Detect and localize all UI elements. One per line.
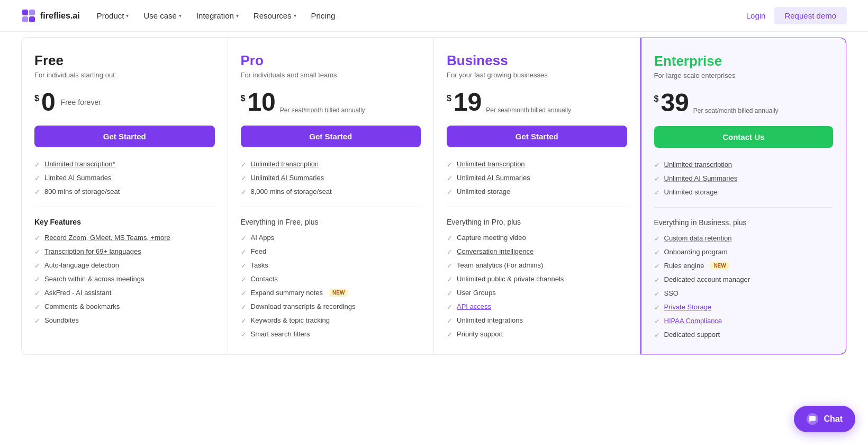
pricing-section: FreeFor individuals starting out$0Free f… (0, 32, 868, 376)
feature-item: ✓Tasks (241, 261, 421, 270)
feature-text: Transcription for 69+ languages (44, 247, 141, 255)
feature-item: ✓HIPAA Compliance (654, 317, 834, 325)
divider (447, 207, 627, 207)
check-icon: ✓ (447, 289, 453, 297)
plan-price-enterprise: $39Per seat/month billed annually (654, 90, 834, 115)
feature-item: ✓Transcription for 69+ languages (34, 247, 215, 256)
plan-col-enterprise: EnterpriseFor large scale enterprises$39… (640, 37, 847, 355)
feature-item: ✓Unlimited transcription (447, 160, 627, 168)
feature-text: 800 mins of storage/seat (44, 188, 120, 195)
feature-text: Unlimited AI Summaries (664, 174, 738, 182)
logo[interactable]: fireflies.ai (21, 8, 80, 23)
check-icon: ✓ (447, 174, 453, 182)
check-icon: ✓ (447, 234, 453, 242)
nav-menu: Product▾Use case▾Integration▾Resources▾P… (97, 11, 336, 20)
features-free: ✓Record Zoom, GMeet, MS Teams, +more✓Tra… (34, 234, 215, 325)
cta-button-enterprise[interactable]: Contact Us (654, 126, 834, 148)
price-amount: 10 (247, 90, 275, 115)
nav-item-resources[interactable]: Resources▾ (254, 11, 296, 20)
feature-text: AskFred - AI assistant (44, 289, 111, 297)
svg-rect-0 (22, 10, 28, 15)
check-icon: ✓ (34, 234, 40, 242)
check-icon: ✓ (447, 275, 453, 283)
feature-item: ✓Priority support (447, 330, 627, 339)
feature-item: ✓Keywords & topic tracking (241, 316, 421, 325)
check-icon: ✓ (654, 262, 660, 270)
cta-button-free[interactable]: Get Started (34, 126, 215, 147)
check-icon: ✓ (447, 303, 453, 311)
new-badge: NEW (710, 262, 729, 270)
chevron-down-icon: ▾ (126, 13, 129, 19)
plan-name-business: Business (447, 52, 627, 69)
check-icon: ✓ (241, 188, 247, 196)
feature-item: ✓AskFred - AI assistant (34, 289, 215, 297)
feature-item: ✓Unlimited AI Summaries (241, 174, 421, 182)
cta-button-pro[interactable]: Get Started (241, 126, 421, 147)
check-icon: ✓ (654, 331, 660, 339)
request-demo-button[interactable]: Request demo (774, 7, 847, 24)
plan-col-pro: ProFor individuals and small teams$10Per… (228, 38, 435, 354)
feature-item: ✓Unlimited storage (447, 188, 627, 196)
feature-text: Unlimited storage (457, 188, 510, 195)
feature-item: ✓Limited AI Summaries (34, 174, 215, 182)
feature-item: ✓AI Apps (241, 234, 421, 242)
features-enterprise: ✓Custom data retention✓Onboarding progra… (654, 234, 834, 339)
nav-item-integration[interactable]: Integration▾ (196, 11, 239, 20)
feature-text: User Groups (457, 289, 496, 297)
feature-text: Contacts (251, 275, 278, 283)
nav-item-product[interactable]: Product▾ (97, 11, 129, 20)
feature-text: Auto-language detection (44, 261, 119, 269)
plan-col-free: FreeFor individuals starting out$0Free f… (22, 38, 228, 354)
feature-text: Soundbites (44, 316, 79, 324)
feature-item: ✓Conversation intelligence (447, 247, 627, 256)
feature-text: Unlimited public & private channels (457, 275, 564, 283)
svg-rect-3 (29, 16, 35, 22)
feature-item: ✓User Groups (447, 289, 627, 297)
plus-label: Everything in Business, plus (654, 218, 834, 227)
chevron-down-icon: ▾ (236, 13, 239, 19)
feature-item: ✓API access (447, 302, 627, 311)
check-icon: ✓ (241, 161, 247, 168)
price-amount: 0 (41, 90, 56, 115)
feature-text: Unlimited transcription* (44, 160, 115, 168)
nav-item-use-case[interactable]: Use case▾ (143, 11, 182, 20)
feature-item: ✓Unlimited public & private channels (447, 275, 627, 283)
feature-text: Search within & across meetings (44, 275, 144, 283)
cta-button-business[interactable]: Get Started (447, 126, 627, 147)
plans-grid: FreeFor individuals starting out$0Free f… (21, 37, 847, 355)
price-desc: Per seat/month billed annually (693, 107, 779, 115)
check-icon: ✓ (447, 161, 453, 168)
feature-text: 8,000 mins of storage/seat (251, 188, 332, 195)
check-icon: ✓ (654, 248, 660, 256)
feature-text: Feed (251, 247, 267, 255)
chevron-down-icon: ▾ (179, 13, 182, 19)
feature-text: HIPAA Compliance (664, 317, 722, 325)
login-button[interactable]: Login (746, 11, 766, 20)
price-desc: Per seat/month billed annually (280, 106, 365, 115)
feature-text: Keywords & topic tracking (251, 316, 330, 324)
feature-item: ✓Capture meeting video (447, 234, 627, 242)
plan-subtitle-pro: For individuals and small teams (241, 71, 421, 79)
feature-text: Record Zoom, GMeet, MS Teams, +more (44, 234, 170, 242)
check-icon: ✓ (654, 317, 660, 325)
price-symbol: $ (241, 94, 246, 103)
price-note: Free forever (61, 98, 101, 106)
navbar-left: fireflies.ai Product▾Use case▾Integratio… (21, 8, 335, 23)
feature-item: ✓Smart search filters (241, 330, 421, 339)
feature-item: ✓Rules engineNEW (654, 262, 834, 270)
price-symbol: $ (34, 94, 39, 103)
check-icon: ✓ (34, 303, 40, 311)
feature-text: Limited AI Summaries (44, 174, 111, 182)
feature-text: Unlimited integrations (457, 316, 523, 324)
check-icon: ✓ (447, 262, 453, 270)
check-icon: ✓ (241, 262, 247, 270)
feature-text: Unlimited AI Summaries (457, 174, 530, 182)
navbar: fireflies.ai Product▾Use case▾Integratio… (0, 0, 868, 32)
feature-item: ✓Feed (241, 247, 421, 256)
check-icon: ✓ (241, 289, 247, 297)
feature-item: ✓Record Zoom, GMeet, MS Teams, +more (34, 234, 215, 242)
check-icon: ✓ (241, 234, 247, 242)
section-title: Key Features (34, 218, 215, 226)
feature-item: ✓Unlimited transcription (241, 160, 421, 168)
nav-item-pricing[interactable]: Pricing (311, 11, 336, 20)
